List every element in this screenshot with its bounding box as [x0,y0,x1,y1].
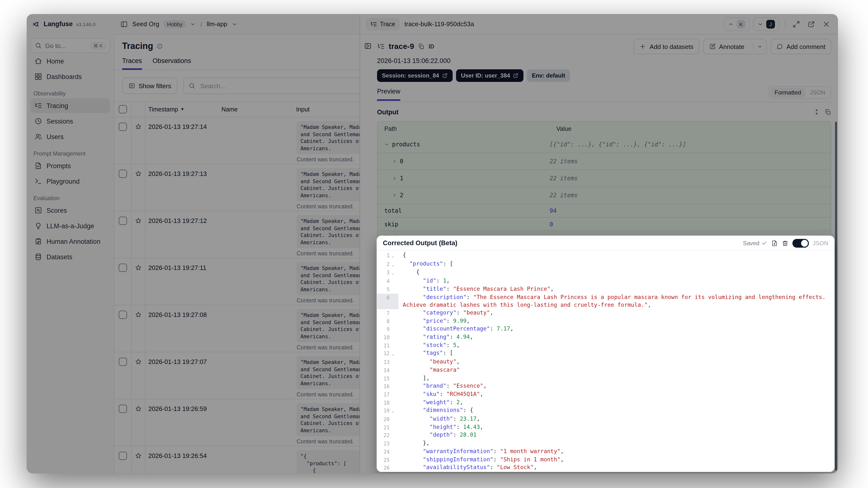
fold-icon [390,383,397,391]
line-number: 5 [377,285,390,294]
line-number: 6 [377,294,390,301]
code-line[interactable]: 8 "price": 9.99, [377,317,834,325]
fold-icon [390,374,397,383]
line-number: 24 [377,448,390,456]
line-number: 23 [377,439,390,448]
code-line[interactable]: 7 "category": "beauty", [377,309,834,317]
code-line[interactable]: 1⌄{ [377,251,834,260]
line-number: 21 [377,424,390,431]
line-number: 25 [377,456,390,464]
line-number: 11 [377,341,390,349]
line-number: 10 [377,333,390,341]
code-line[interactable]: 12⌄ "tags": [ [377,349,834,358]
fold-icon [390,333,397,341]
code-line[interactable]: 15 ], [377,374,834,383]
code-line[interactable]: 11 "stock": 5, [377,341,834,349]
fold-icon [390,448,397,456]
line-number: 12 [377,349,390,358]
line-number: 7 [377,309,390,317]
desktop: Langfuse v3.146.0 Seed Org Hobby / llm-a… [0,0,868,488]
line-number: 14 [377,366,390,374]
json-toggle[interactable] [793,239,809,247]
line-number: 17 [377,391,390,399]
code-line[interactable]: 22 "depth": 28.01 [377,431,834,439]
code-line[interactable]: 20 "width": 23.17, [377,415,834,423]
corrected-output-panel: Corrected Output (Beta) Saved JSON 1⌄{2⌄… [377,236,835,472]
fold-icon [390,464,397,471]
code-line[interactable]: 9 "discountPercentage": 7.17, [377,326,834,333]
fold-icon [390,285,397,294]
code-line[interactable]: 21 "height": 14.43, [377,424,834,431]
code-line[interactable]: 17 "sku": "RCH45Q1A", [377,391,834,399]
fold-icon [390,326,397,333]
fold-icon[interactable]: ⌄ [390,260,397,269]
fold-icon[interactable]: ⌄ [390,269,397,277]
fold-icon [390,456,397,464]
trash-icon[interactable] [782,240,788,246]
code-line[interactable]: 24 "warrantyInformation": "1 month warra… [377,448,834,456]
check-icon [762,240,767,246]
line-number: 3 [377,269,390,277]
line-number: 2 [377,260,390,269]
scrollbar-thumb[interactable] [835,122,837,470]
code-line[interactable]: 2⌄ "products": [ [377,260,834,269]
code-line[interactable]: 4 "id": 1, [377,277,834,285]
fold-icon [390,439,397,448]
fold-icon [390,301,397,309]
app-window: Langfuse v3.146.0 Seed Org Hobby / llm-a… [27,14,838,474]
fold-icon [390,358,397,366]
code-line[interactable]: 26 "availabilityStatus": "Low Stock", [377,464,834,471]
code-line[interactable]: 16 "brand": "Essence", [377,383,834,391]
json-editor[interactable]: 1⌄{2⌄ "products": [3⌄ {4 "id": 1,5 "titl… [377,250,834,471]
line-number: 26 [377,464,390,471]
line-number: 8 [377,317,390,325]
line-number: 16 [377,383,390,391]
line-number: 18 [377,399,390,406]
save-icon[interactable] [771,240,778,246]
fold-icon [390,431,397,439]
code-line[interactable]: 10 "rating": 4.94, [377,333,834,341]
code-line[interactable]: 18 "weight": 2, [377,399,834,406]
fold-icon[interactable]: ⌄ [390,407,397,415]
code-line[interactable]: 6 "description": "The Essence Mascara La… [377,294,834,301]
code-line[interactable]: 19⌄ "dimensions": { [377,407,834,415]
fold-icon[interactable]: ⌄ [390,251,397,260]
code-line[interactable]: 13 "beauty", [377,358,834,366]
fold-icon [390,399,397,406]
json-toggle-label: JSON [813,240,828,246]
line-number: 19 [377,407,390,415]
fold-icon [390,317,397,325]
line-number: 13 [377,358,390,366]
code-line[interactable]: 3⌄ { [377,269,834,277]
code-line[interactable]: Achieve dramatic lashes with this long-l… [377,301,834,309]
fold-icon [390,341,397,349]
line-number: 20 [377,415,390,423]
code-line[interactable]: 5 "title": "Essence Mascara Lash Prince"… [377,285,834,294]
line-number [377,301,390,309]
corrected-output-title: Corrected Output (Beta) [383,239,458,247]
line-number: 15 [377,374,390,383]
fold-icon [390,424,397,431]
line-number: 22 [377,431,390,439]
line-number: 9 [377,326,390,333]
code-line[interactable]: 25 "shippingInformation": "Ships in 1 mo… [377,456,834,464]
line-number: 1 [377,251,390,260]
fold-icon[interactable]: ⌄ [390,349,397,358]
saved-status: Saved [743,240,767,246]
fold-icon [390,309,397,317]
fold-icon [390,294,397,301]
code-line[interactable]: 14 "mascara" [377,366,834,374]
line-number: 4 [377,277,390,285]
code-line[interactable]: 23 }, [377,439,834,448]
fold-icon [390,391,397,399]
fold-icon [390,277,397,285]
fold-icon [390,366,397,374]
fold-icon [390,415,397,423]
